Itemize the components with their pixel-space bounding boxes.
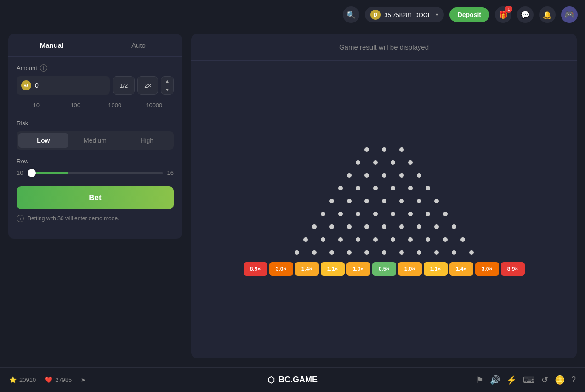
pin [426,237,430,242]
multiplier-box: 1.1× [424,262,448,276]
stepper-up-icon[interactable]: ▲ [161,77,173,85]
pin [417,199,421,203]
pin [303,237,308,242]
multiplier-box: 1.4× [449,262,473,276]
pin [295,250,299,255]
multiplier-box: 1.0× [398,262,422,276]
balance-text: 35.758281 DOGE [384,11,432,18]
risk-buttons: Low Medium High [17,131,174,150]
pin-row-8 [321,212,448,216]
avatar[interactable]: 🎮 [561,6,578,23]
pin [452,250,456,255]
amount-input[interactable] [35,82,62,89]
gift-button[interactable]: 🎁 1 [495,6,511,23]
balance-display[interactable]: Ð 35.758281 DOGE ▾ [365,7,443,22]
multiplier-box: 0.5× [372,262,396,276]
quick-10000[interactable]: 10000 [135,99,174,112]
footer-share[interactable]: ➤ [81,376,86,383]
row-label: Row [17,158,28,165]
half-button[interactable]: 1/2 [113,76,135,95]
footer-icon-keyboard[interactable]: ⌨ [523,375,535,385]
game-area: Game result will be displayed [191,34,577,358]
pin [364,173,369,178]
pin [356,212,360,216]
pin [347,250,352,255]
multiplier-box: 3.0× [269,262,293,276]
tab-auto[interactable]: Auto [95,34,182,56]
amount-info-icon[interactable]: i [40,64,47,72]
pin [329,199,334,203]
tab-manual[interactable]: Manual [8,34,95,56]
pin [364,147,369,152]
pin [321,237,325,242]
row-slider[interactable] [28,172,162,174]
slider-min: 10 [17,169,23,176]
pin-row-5 [347,173,421,178]
pins-area [295,147,474,255]
pin [382,199,386,203]
double-button[interactable]: 2× [137,76,158,95]
plinko-container: 8.9×3.0×1.4×1.1×1.0×0.5×1.0×1.1×1.4×3.0×… [191,61,577,358]
multiplier-box: 8.9× [244,262,267,276]
quick-1000[interactable]: 1000 [95,99,135,112]
search-button[interactable]: 🔍 [343,6,359,23]
pin [321,212,325,216]
pin [373,160,378,165]
bet-button[interactable]: Bet [17,186,174,209]
pin [408,237,413,242]
pin [408,186,413,190]
tab-bar: Manual Auto [8,34,182,57]
demo-note: i Betting with $0 will enter demo mode. [17,215,174,222]
share-icon[interactable]: ➤ [81,376,86,383]
pin-row-9 [312,224,456,229]
pin [364,250,369,255]
pin-row-11 [295,250,474,255]
chevron-down-icon: ▾ [436,11,438,18]
footer-icon-flag[interactable]: ⚑ [476,375,483,385]
game-result-bar: Game result will be displayed [191,34,577,61]
footer-icon-lightning[interactable]: ⚡ [506,375,517,385]
amount-label: Amount i [17,64,174,72]
footer-icon-loop[interactable]: ↺ [541,375,548,385]
footer-icon-help[interactable]: ? [571,375,576,385]
demo-info-icon: i [17,215,24,222]
quick-100[interactable]: 100 [56,99,96,112]
notification-button[interactable]: 🔔 [539,6,556,23]
deposit-button[interactable]: Deposit [449,7,489,22]
pin [399,250,404,255]
footer-stars: ⭐ 20910 [9,376,36,383]
risk-medium[interactable]: Medium [70,133,120,148]
amount-input-wrap: Ð [17,76,110,95]
pin [452,224,456,229]
pin-row-7 [329,199,439,203]
chat-button[interactable]: 💬 [517,6,534,23]
pin [469,250,474,255]
risk-high[interactable]: High [122,133,172,148]
pin [312,250,317,255]
slider-max: 16 [167,169,174,176]
stars-count: 20910 [19,376,36,383]
risk-label: Risk [17,120,174,127]
footer-icon-coin[interactable]: 🪙 [555,375,565,385]
quick-10[interactable]: 10 [17,99,56,112]
stepper-down-icon[interactable]: ▼ [161,85,173,94]
footer-hearts: ❤️ 27985 [45,376,72,383]
footer-icons: ⚑ 🔊 ⚡ ⌨ ↺ 🪙 ? [476,375,576,385]
pin [382,250,386,255]
pin [373,237,378,242]
pin [399,199,404,203]
pin [338,237,343,242]
pin [347,224,352,229]
slider-wrap: 10 16 [17,169,174,176]
pin-row-10 [303,237,465,242]
amount-stepper[interactable]: ▲ ▼ [161,76,174,95]
multiplier-row: 8.9×3.0×1.4×1.1×1.0×0.5×1.0×1.1×1.4×3.0×… [244,262,525,276]
risk-low[interactable]: Low [18,133,68,148]
logo-text: BC.GAME [278,375,318,385]
footer-icon-sound[interactable]: 🔊 [490,375,500,385]
pin [426,186,430,190]
pin [426,212,430,216]
hearts-count: 27985 [55,376,72,383]
pin [399,173,404,178]
pin [434,199,439,203]
